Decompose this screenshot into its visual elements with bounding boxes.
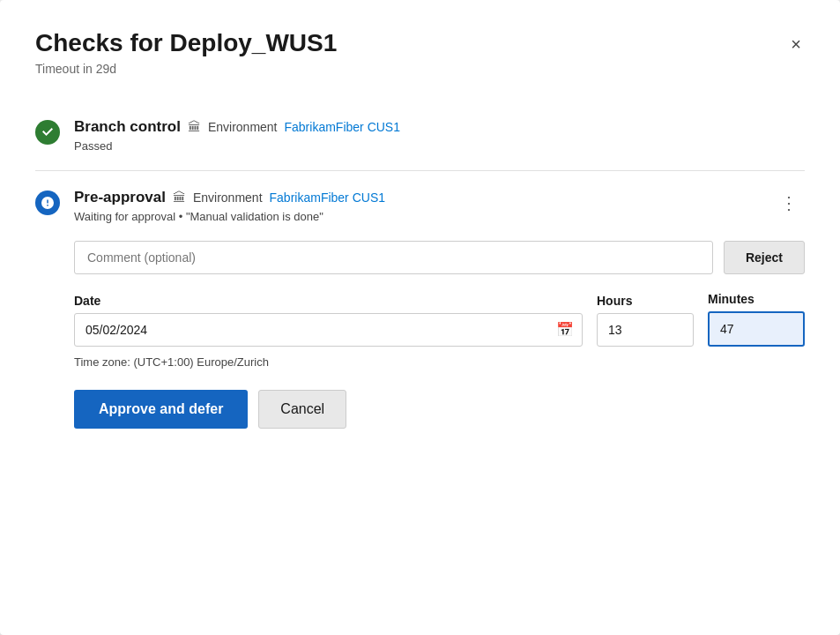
branch-control-section: Branch control 🏛 Environment FabrikamFib… — [35, 101, 805, 170]
date-field-group: Date 📅 — [74, 294, 583, 347]
hours-field-group: Hours — [597, 294, 694, 347]
pending-icon — [35, 190, 60, 215]
date-input-wrapper: 📅 — [74, 313, 583, 347]
pre-approval-env-icon: 🏛 — [173, 190, 186, 205]
timezone-text: Time zone: (UTC+1:00) Europe/Zurich — [74, 355, 805, 369]
modal-subtitle: Timeout in 29d — [35, 62, 337, 76]
date-input[interactable] — [74, 313, 583, 347]
pre-approval-environment-link[interactable]: FabrikamFiber CUS1 — [270, 190, 385, 205]
comment-row: Reject — [74, 241, 805, 274]
branch-control-body: Branch control 🏛 Environment FabrikamFib… — [74, 118, 805, 153]
environment-icon: 🏛 — [188, 119, 201, 134]
pre-approval-name: Pre-approval — [74, 189, 166, 206]
pre-approval-header: Pre-approval 🏛 Environment FabrikamFiber… — [35, 189, 805, 223]
date-label: Date — [74, 294, 583, 308]
comment-input[interactable] — [74, 241, 713, 274]
pre-approval-env-label: Environment — [193, 190, 263, 205]
minutes-input[interactable] — [708, 311, 805, 347]
checks-modal: Checks for Deploy_WUS1 Timeout in 29d × … — [0, 0, 840, 635]
minutes-field-group: Minutes — [708, 292, 805, 347]
pre-approval-body: Pre-approval 🏛 Environment FabrikamFiber… — [74, 189, 759, 223]
check-status: Passed — [74, 139, 805, 153]
cancel-button[interactable]: Cancel — [258, 390, 346, 429]
more-options-button[interactable]: ⋮ — [773, 189, 805, 217]
check-name: Branch control — [74, 118, 181, 136]
modal-header: Checks for Deploy_WUS1 Timeout in 29d × — [35, 28, 805, 76]
approval-form: Reject Date 📅 Hours Minutes — [35, 241, 805, 429]
approve-defer-button[interactable]: Approve and defer — [74, 390, 248, 429]
check-header: Branch control 🏛 Environment FabrikamFib… — [35, 118, 805, 153]
action-row: Approve and defer Cancel — [74, 390, 805, 429]
datetime-row: Date 📅 Hours Minutes — [74, 292, 805, 347]
hours-input[interactable] — [597, 313, 694, 347]
modal-title: Checks for Deploy_WUS1 — [35, 28, 337, 58]
env-label: Environment — [208, 120, 278, 134]
pre-approval-title-row: Pre-approval 🏛 Environment FabrikamFiber… — [74, 189, 759, 206]
check-title-row: Branch control 🏛 Environment FabrikamFib… — [74, 118, 805, 136]
close-button[interactable]: × — [787, 32, 805, 56]
passed-icon — [35, 120, 60, 145]
pre-approval-status: Waiting for approval • "Manual validatio… — [74, 210, 759, 223]
reject-button[interactable]: Reject — [724, 241, 805, 274]
modal-title-group: Checks for Deploy_WUS1 Timeout in 29d — [35, 28, 337, 76]
environment-link[interactable]: FabrikamFiber CUS1 — [285, 120, 400, 134]
pre-approval-section: Pre-approval 🏛 Environment FabrikamFiber… — [35, 171, 805, 446]
minutes-label: Minutes — [708, 292, 805, 306]
hours-label: Hours — [597, 294, 694, 308]
